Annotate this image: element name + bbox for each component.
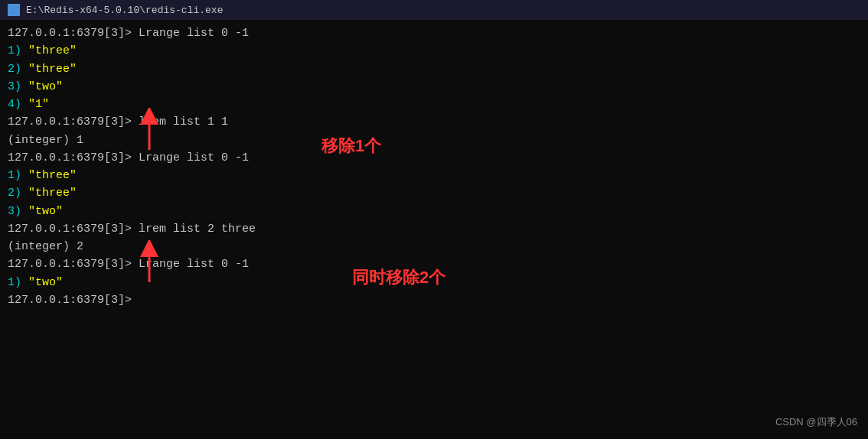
terminal-line-9: 1) "three" xyxy=(8,167,860,184)
integer-2: (integer) 2 xyxy=(8,238,83,255)
result-val-8: "two" xyxy=(28,274,63,291)
result-num-6: 2) xyxy=(8,184,21,202)
terminal-line-4: 3) "two" xyxy=(8,78,860,96)
result-val-5: "three" xyxy=(28,167,77,184)
result-num-2: 2) xyxy=(8,60,21,78)
result-num-3: 3) xyxy=(8,78,21,96)
result-val-7: "two" xyxy=(28,203,63,220)
result-val-3: "two" xyxy=(28,78,63,96)
result-num-8: 1) xyxy=(8,274,21,291)
title-bar: E:\Redis-x64-5.0.10\redis-cli.exe xyxy=(0,0,868,20)
result-val-2: "three" xyxy=(28,60,77,78)
terminal-line-10: 2) "three" xyxy=(8,184,860,202)
redis-icon xyxy=(8,4,20,16)
terminal-line-16: 127.0.0.1:6379[3]> xyxy=(8,291,860,309)
terminal-line-2: 1) "three" xyxy=(8,42,860,60)
integer-1: (integer) 1 xyxy=(8,132,83,149)
result-num-4: 4) xyxy=(8,96,21,113)
terminal-body: 127.0.0.1:6379[3]> Lrange list 0 -1 1) "… xyxy=(0,20,868,439)
prompt-4: 127.0.0.1:6379[3]> lrem list 2 three xyxy=(8,220,256,238)
prompt-6: 127.0.0.1:6379[3]> xyxy=(8,291,139,309)
result-num-7: 3) xyxy=(8,203,21,220)
result-val-1: "three" xyxy=(28,42,77,60)
arrow-svg-1 xyxy=(111,108,188,154)
annotation-remove-1: 移除1个 xyxy=(321,133,381,159)
terminal-line-3: 2) "three" xyxy=(8,60,860,78)
terminal-line-12: 127.0.0.1:6379[3]> lrem list 2 three xyxy=(8,220,860,238)
result-val-6: "three" xyxy=(28,184,77,202)
annotation-remove-2: 同时移除2个 xyxy=(352,265,445,291)
result-num-1: 1) xyxy=(8,42,21,60)
watermark: CSDN @四季人06 xyxy=(775,415,857,430)
terminal-line-11: 3) "two" xyxy=(8,203,860,220)
title-bar-text: E:\Redis-x64-5.0.10\redis-cli.exe xyxy=(26,5,223,16)
prompt-1: 127.0.0.1:6379[3]> Lrange list 0 -1 xyxy=(8,24,249,42)
arrow-svg-2 xyxy=(111,240,188,286)
result-val-4: "1" xyxy=(28,96,49,113)
terminal-line-1: 127.0.0.1:6379[3]> Lrange list 0 -1 xyxy=(8,24,860,42)
result-num-5: 1) xyxy=(8,167,21,184)
